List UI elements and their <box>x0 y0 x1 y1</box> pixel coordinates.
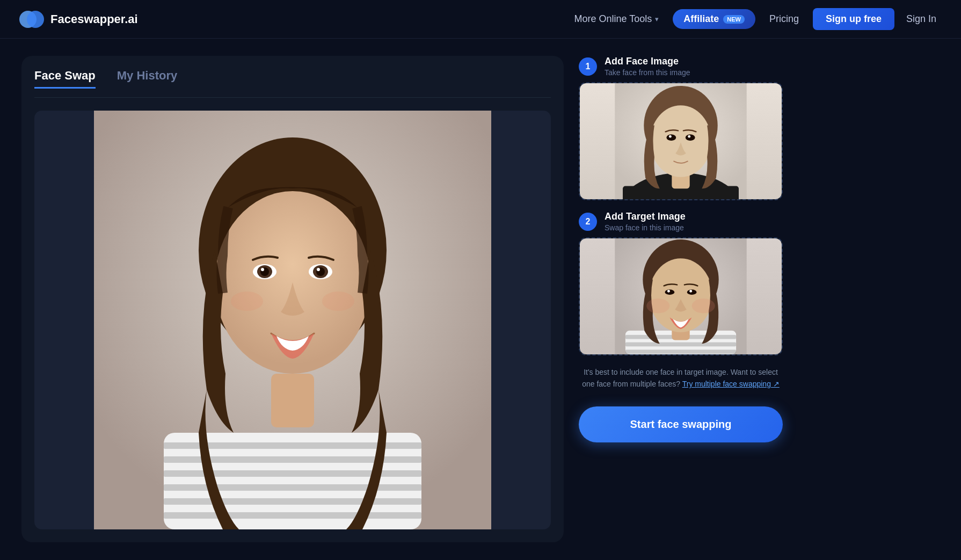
main-content: Face Swap My History <box>0 39 961 559</box>
multiple-face-swap-link[interactable]: Try multiple face swapping ↗ <box>682 380 780 388</box>
logo-icon <box>17 5 45 33</box>
svg-rect-5 <box>271 374 314 427</box>
svg-rect-40 <box>625 350 736 354</box>
step1-number: 1 <box>579 57 597 76</box>
target-image-upload[interactable] <box>579 237 783 355</box>
chevron-down-icon: ▾ <box>655 15 659 23</box>
nav-affiliate[interactable]: Affiliate New <box>673 9 755 29</box>
logo-text: Faceswapper.ai <box>50 12 138 26</box>
left-panel: Face Swap My History <box>21 56 564 542</box>
nav-more-tools[interactable]: More Online Tools ▾ <box>564 9 668 29</box>
step2-title: Add Target Image <box>605 211 686 222</box>
step2-header: 2 Add Target Image Swap face in this ima… <box>579 211 783 232</box>
svg-rect-13 <box>164 512 421 519</box>
svg-rect-11 <box>164 484 421 491</box>
step2-subtitle: Swap face in this image <box>605 223 686 232</box>
svg-rect-10 <box>164 470 421 477</box>
nav-links: More Online Tools ▾ Affiliate New Pricin… <box>564 8 944 30</box>
svg-point-46 <box>689 290 692 293</box>
svg-point-31 <box>666 134 676 141</box>
step2-section: 2 Add Target Image Swap face in this ima… <box>579 211 783 355</box>
new-badge: New <box>723 15 745 24</box>
svg-point-18 <box>261 268 264 271</box>
tab-face-swap[interactable]: Face Swap <box>34 69 96 89</box>
logo-area[interactable]: Faceswapper.ai <box>17 5 138 33</box>
signup-button[interactable]: Sign up free <box>813 8 894 30</box>
step1-section: 1 Add Face Image Take face from this ima… <box>579 56 783 200</box>
hint-text: It's best to include one face in target … <box>579 366 783 390</box>
step1-subtitle: Take face from this image <box>605 68 690 77</box>
signin-button[interactable]: Sign In <box>899 9 944 29</box>
svg-point-30 <box>650 105 711 177</box>
svg-point-1 <box>27 11 44 28</box>
face-image-upload[interactable] <box>579 82 783 200</box>
nav-pricing[interactable]: Pricing <box>760 9 809 29</box>
svg-point-34 <box>688 135 690 138</box>
svg-point-48 <box>692 299 715 313</box>
step2-number: 2 <box>579 213 597 231</box>
navbar: Faceswapper.ai More Online Tools ▾ Affil… <box>0 0 961 39</box>
svg-point-42 <box>649 258 712 332</box>
svg-point-22 <box>317 268 320 271</box>
main-preview-area[interactable] <box>34 111 551 529</box>
svg-rect-12 <box>164 498 421 505</box>
target-image-preview <box>580 238 782 354</box>
step1-title: Add Face Image <box>605 56 690 67</box>
face-image-1-preview <box>580 83 782 199</box>
svg-point-24 <box>322 292 354 311</box>
tab-my-history[interactable]: My History <box>117 69 177 89</box>
svg-point-43 <box>665 289 675 295</box>
start-face-swapping-button[interactable]: Start face swapping <box>579 406 783 442</box>
svg-point-47 <box>646 299 669 313</box>
tabs: Face Swap My History <box>34 69 551 98</box>
step1-header: 1 Add Face Image Take face from this ima… <box>579 56 783 77</box>
main-preview-image <box>34 111 551 529</box>
svg-point-45 <box>667 290 670 293</box>
right-panel: 1 Add Face Image Take face from this ima… <box>579 56 783 442</box>
svg-point-32 <box>686 134 695 141</box>
svg-point-33 <box>669 135 672 138</box>
svg-rect-39 <box>625 342 736 346</box>
svg-point-23 <box>231 292 263 311</box>
